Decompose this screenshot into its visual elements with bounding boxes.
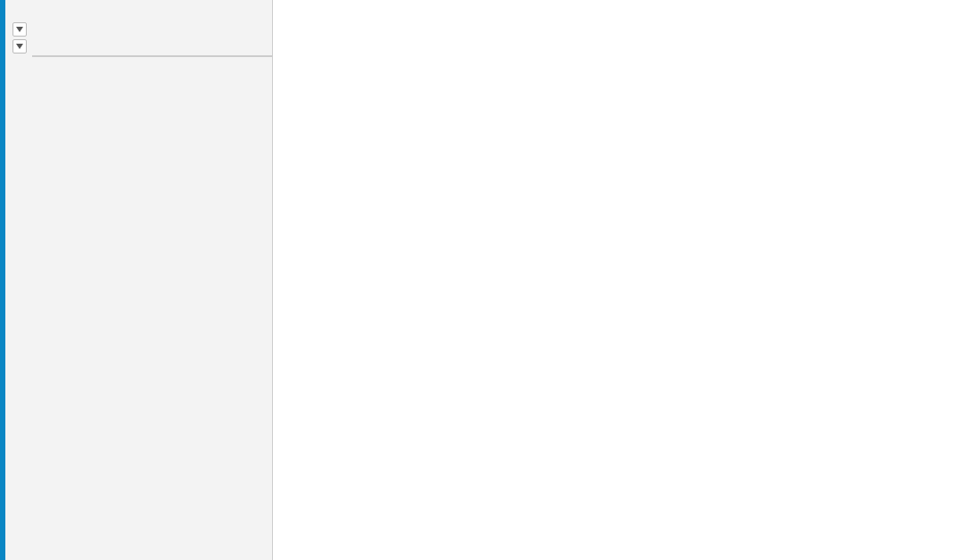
expand-icon[interactable] (12, 22, 27, 37)
svg-marker-0 (16, 27, 23, 32)
expand-icon[interactable] (12, 39, 27, 54)
sidebar (5, 0, 273, 560)
sidebar-title (12, 9, 272, 20)
svg-marker-1 (16, 44, 23, 49)
leads-sub-panel (32, 55, 272, 57)
app-root (0, 0, 974, 560)
nav-tree (12, 20, 272, 66)
main-content (273, 0, 974, 560)
